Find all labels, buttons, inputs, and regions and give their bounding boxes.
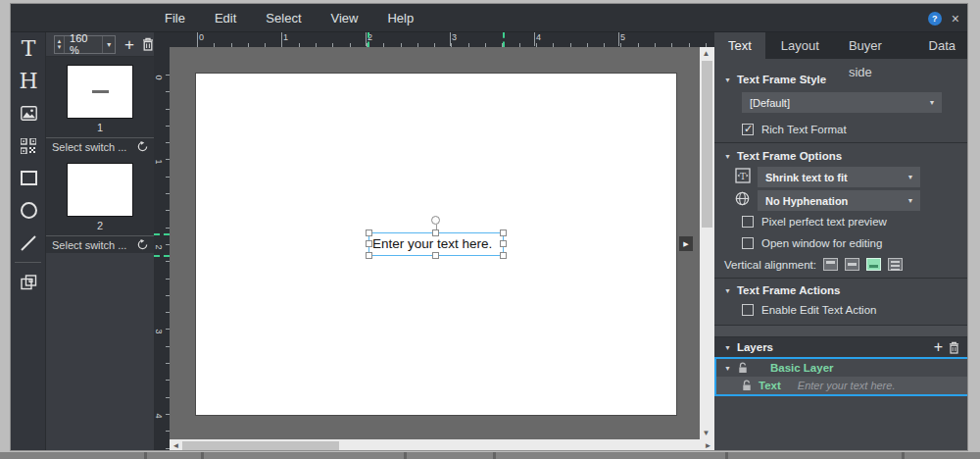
panel-gap	[714, 325, 968, 337]
menu-file[interactable]: File	[150, 4, 200, 32]
chevron-down-icon: ▼	[901, 197, 920, 204]
resize-handle-se[interactable]	[500, 252, 507, 259]
page-thumbnail-1[interactable]	[67, 65, 133, 119]
delete-page-icon[interactable]	[142, 37, 154, 51]
hyphenation-dropdown[interactable]: No Hyphenation ▼	[758, 190, 920, 211]
zoom-dropdown-icon[interactable]: ▼	[102, 36, 115, 53]
ruler-number: 4	[536, 32, 541, 42]
canvas-area[interactable]: 0 1 2 3 4 5 Enter your text here.	[170, 32, 714, 451]
image-tool[interactable]	[11, 97, 46, 129]
tab-layout[interactable]: Layout	[767, 32, 833, 59]
barcode-tool[interactable]	[11, 129, 46, 162]
rotation-handle[interactable]	[431, 216, 440, 225]
pages-panel: ▲▼ 160 % ▼ + 1 Select switch ... 2 Selec	[46, 32, 154, 451]
circle-icon	[21, 202, 37, 219]
layers-title: Layers	[737, 341, 928, 353]
menu-edit[interactable]: Edit	[200, 4, 251, 32]
resize-handle-s[interactable]	[432, 252, 439, 259]
vertical-alignment-label: Vertical alignment:	[724, 259, 816, 271]
layers-header[interactable]: ▼ Layers +	[714, 337, 968, 357]
page-caption-row[interactable]: Select switch ...	[46, 235, 154, 253]
help-icon[interactable]: ?	[928, 12, 942, 26]
resize-handle-ne[interactable]	[500, 230, 507, 236]
switch-icon[interactable]	[137, 141, 148, 152]
unlock-icon[interactable]	[738, 362, 748, 374]
valign-top-icon[interactable]	[823, 258, 838, 271]
page-caption: Select switch ...	[52, 141, 137, 153]
resize-handle-nw[interactable]	[366, 230, 372, 236]
delete-layer-icon[interactable]	[949, 341, 959, 354]
scroll-left-icon[interactable]: ◄	[170, 439, 182, 451]
open-window-label: Open window for editing	[761, 237, 882, 249]
valign-middle-icon[interactable]	[845, 258, 859, 271]
scroll-down-icon[interactable]: ▼	[700, 427, 712, 439]
page-caption-row[interactable]: Select switch ...	[46, 137, 154, 155]
toolbar-divider	[15, 262, 41, 263]
scroll-right-icon[interactable]: ►	[702, 439, 714, 451]
tool-sidebar: T H	[11, 32, 46, 451]
section-title: Text Frame Actions	[737, 284, 840, 296]
ruler-number: 2	[154, 244, 164, 249]
rich-text-checkbox[interactable]	[742, 124, 754, 135]
zoom-control[interactable]: ▲▼ 160 % ▼	[54, 35, 116, 54]
page-number: 2	[46, 220, 154, 231]
rich-text-checkbox-row[interactable]: Rich Text Format	[742, 124, 847, 135]
close-icon[interactable]: ×	[952, 12, 959, 26]
valign-bottom-icon[interactable]	[866, 258, 881, 271]
rectangle-icon	[21, 171, 37, 185]
heading-tool[interactable]: H	[11, 65, 46, 97]
menu-select[interactable]: Select	[251, 4, 316, 32]
switch-icon[interactable]	[137, 239, 148, 250]
add-layer-button[interactable]: +	[934, 338, 943, 356]
menu-view[interactable]: View	[317, 4, 373, 32]
ellipse-tool[interactable]	[11, 194, 46, 227]
vertical-scrollbar[interactable]: ▲ ▼	[700, 47, 714, 439]
horizontal-ruler: 0 1 2 3 4 5	[170, 32, 714, 47]
document-page[interactable]: Enter your text here. ▶ T	[195, 73, 677, 416]
enable-edit-row[interactable]: Enable Edit Text Action	[742, 304, 876, 316]
horizontal-scroll-thumb[interactable]	[182, 441, 339, 450]
section-text-frame-options[interactable]: ▼ Text Frame Options	[724, 150, 842, 162]
hyphenation-value: No Hyphenation	[758, 195, 901, 207]
tab-buyer-side[interactable]: Buyer side	[835, 32, 913, 59]
open-window-row[interactable]: Open window for editing	[742, 237, 882, 249]
frame-expand-button[interactable]: ▶	[679, 236, 693, 251]
line-tool[interactable]	[11, 227, 46, 259]
scroll-up-icon[interactable]: ▲	[700, 47, 712, 60]
tab-text[interactable]: Text	[714, 32, 765, 59]
qr-code-icon	[21, 138, 36, 154]
rectangle-tool[interactable]	[11, 162, 46, 194]
layer-row-text[interactable]: Text Enter your text here.	[716, 377, 967, 394]
section-text-frame-actions[interactable]: ▼ Text Frame Actions	[724, 284, 840, 296]
text-tool[interactable]: T	[11, 32, 46, 65]
horizontal-scrollbar[interactable]: ◄ ►	[170, 439, 714, 451]
resize-handle-sw[interactable]	[366, 252, 372, 259]
pixel-perfect-row[interactable]: Pixel perfect text preview	[742, 216, 887, 228]
section-text-frame-style[interactable]: ▼ Text Frame Style	[724, 74, 826, 85]
selected-text-frame[interactable]: Enter your text here. ▶ T	[368, 232, 504, 256]
unlock-icon[interactable]	[742, 380, 752, 391]
resize-handle-w[interactable]	[366, 240, 372, 247]
text-frame-content[interactable]: Enter your text here.	[372, 236, 492, 251]
open-window-checkbox[interactable]	[742, 237, 754, 249]
resize-handle-e[interactable]	[500, 240, 507, 247]
add-page-button[interactable]: +	[124, 36, 134, 53]
layer-row-basic-layer[interactable]: ▼ Basic Layer	[716, 359, 967, 377]
menu-help[interactable]: Help	[372, 4, 428, 32]
tab-data[interactable]: Data	[915, 32, 968, 59]
chevron-down-icon: ▼	[922, 99, 942, 106]
duplicate-frames-tool[interactable]	[11, 266, 46, 298]
layers-selection: ▼ Basic Layer Text Enter your text here.	[714, 357, 968, 396]
zoom-value: 160 %	[65, 32, 102, 56]
fit-mode-dropdown[interactable]: Shrink text to fit ▼	[758, 167, 920, 187]
vertical-scroll-thumb[interactable]	[702, 61, 712, 228]
resize-handle-n[interactable]	[432, 230, 439, 236]
style-dropdown[interactable]: [Default] ▼	[742, 92, 942, 113]
valign-justify-icon[interactable]	[888, 258, 903, 271]
fit-mode-value: Shrink text to fit	[758, 172, 901, 183]
enable-edit-checkbox[interactable]	[742, 304, 754, 316]
zoom-stepper-icon[interactable]: ▲▼	[55, 36, 65, 53]
ruler-number: 0	[154, 75, 164, 79]
page-thumbnail-2[interactable]	[67, 163, 133, 217]
pixel-perfect-checkbox[interactable]	[742, 216, 754, 228]
